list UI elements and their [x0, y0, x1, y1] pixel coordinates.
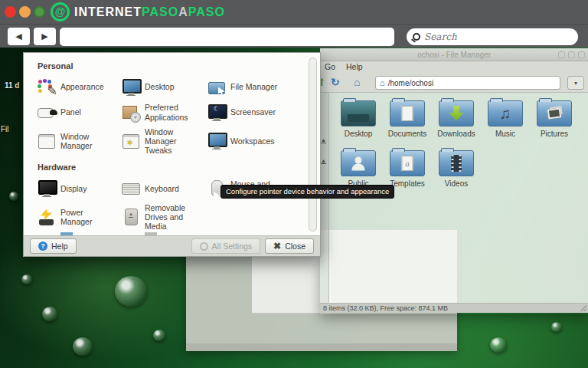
back-button[interactable]: ◀ [8, 28, 30, 45]
section-hardware: Hardware [31, 157, 305, 176]
menu-go[interactable]: Go [325, 62, 335, 72]
help-icon: ? [38, 242, 47, 251]
settings-item-keyboard[interactable]: Keyboard [116, 176, 201, 201]
keyboard-icon [122, 180, 140, 197]
desktop-icon-label-fragment: 11 d [5, 81, 19, 90]
file-manager-title: ochosi - File Manager [417, 51, 491, 59]
close-icon: ✖ [273, 241, 281, 251]
url-input[interactable] [60, 28, 394, 46]
file-manager-icon [207, 79, 226, 96]
search-icon [413, 33, 420, 41]
close-button[interactable] [578, 51, 585, 58]
path-dropdown-button[interactable]: ▾ [567, 76, 584, 90]
removable-drives-icon [122, 209, 140, 225]
search-input[interactable] [424, 31, 554, 42]
refresh-icon[interactable]: ↻ [331, 76, 340, 88]
power-manager-icon [38, 209, 56, 225]
desktop-folder-icon [341, 100, 376, 127]
water-drop [9, 192, 18, 201]
settings-item-panel[interactable]: Panel [31, 100, 116, 125]
menu-help[interactable]: Help [346, 62, 363, 72]
water-drop [490, 337, 507, 353]
file-manager-titlebar[interactable]: ochosi - File Manager [320, 48, 588, 61]
path-home-icon: ⌂ [380, 78, 385, 87]
settings-item-desktop[interactable]: Desktop [116, 74, 201, 100]
minimize-button[interactable] [558, 51, 565, 58]
appearance-icon [38, 79, 56, 96]
window-controls [558, 51, 585, 58]
downloads-folder-icon [439, 100, 474, 127]
folder-item[interactable]: Public [334, 150, 383, 188]
settings-item-file-manager[interactable]: File Manager [201, 74, 305, 100]
settings-item-display[interactable]: Display [31, 176, 116, 201]
window-manager-icon [38, 133, 56, 150]
home-icon[interactable]: ⌂ [354, 76, 360, 88]
logo-text: INTERNETPASOAPASO [74, 5, 225, 19]
folder-item[interactable]: Pictures [530, 100, 579, 138]
water-drop [73, 337, 93, 356]
settings-item-window-manager[interactable]: Window Manager [31, 125, 116, 157]
documents-folder-icon [390, 100, 425, 127]
site-logo: @ INTERNETPASOAPASO [51, 2, 225, 21]
folder-item[interactable]: a Templates [383, 150, 432, 188]
water-drop [551, 322, 562, 332]
music-folder-icon: ♫ [488, 100, 523, 127]
minimize-window-button[interactable] [19, 6, 31, 18]
background-window-small [252, 253, 331, 314]
browser-titlebar: @ INTERNETPASOAPASO [0, 0, 588, 24]
settings-button-bar: ? Help All Settings ✖ Close [24, 235, 320, 256]
folder-item[interactable]: Documents [383, 100, 432, 138]
scrollbar[interactable] [309, 58, 317, 232]
status-bar: 8 items (32.0 KB), Free space: 874.1 MB [320, 303, 588, 313]
path-text: /home/ochosi [388, 79, 433, 87]
maximize-window-button[interactable] [34, 6, 45, 18]
preferred-applications-icon [122, 104, 140, 121]
folder-item[interactable]: Desktop [334, 100, 383, 138]
settings-item-screensaver[interactable]: ☾ Screensaver [201, 100, 305, 125]
folder-item[interactable]: Downloads [432, 100, 481, 138]
all-settings-icon [200, 242, 208, 251]
panel-icon [38, 104, 56, 121]
settings-window: Personal Appearance Desktop File Manager… [23, 52, 321, 257]
file-manager-window: ochosi - File Manager Go Help ⬆ ↻ ⌂ ⌂ /h… [320, 48, 588, 314]
water-drop [153, 330, 165, 341]
close-button[interactable]: ✖ Close [265, 238, 314, 254]
desktop-icon [122, 79, 140, 96]
settings-content: Personal Appearance Desktop File Manager… [31, 56, 305, 235]
search-box[interactable] [407, 28, 578, 45]
section-personal: Personal [31, 56, 305, 74]
forward-button[interactable]: ▶ [34, 28, 56, 45]
tooltip: Configure pointer device behavior and ap… [220, 185, 394, 199]
maximize-button[interactable] [568, 51, 575, 58]
eject-icon[interactable]: ▲ [321, 137, 326, 143]
settings-item-appearance[interactable]: Appearance [31, 74, 116, 100]
browser-navbar: ◀ ▶ [0, 24, 588, 48]
water-drop [42, 307, 57, 321]
path-bar[interactable]: ⌂ /home/ochosi [375, 76, 560, 90]
settings-item-preferred-applications[interactable]: Preferred Applications [116, 100, 201, 125]
templates-folder-icon: a [390, 150, 425, 176]
settings-item-workspaces[interactable]: Workspaces [201, 125, 305, 157]
desktop-icon-label-fragment: Fil [1, 125, 9, 133]
settings-item-power-manager[interactable]: Power Manager [31, 201, 116, 233]
settings-item-window-manager-tweaks[interactable]: ✶ Window Manager Tweaks [116, 125, 201, 157]
display-icon [38, 180, 56, 197]
resize-grip[interactable] [580, 305, 586, 311]
pictures-folder-icon [537, 100, 572, 127]
water-drop [21, 274, 32, 284]
workspaces-icon [207, 133, 226, 150]
help-button[interactable]: ? Help [30, 238, 77, 254]
settings-item-removable-drives[interactable]: Removable Drives and Media [116, 201, 201, 233]
videos-folder-icon [439, 150, 474, 176]
all-settings-button[interactable]: All Settings [191, 238, 261, 254]
folder-item[interactable]: Videos [432, 150, 481, 188]
close-window-button[interactable] [5, 6, 16, 18]
eject-icon[interactable]: ▲ [321, 158, 326, 164]
water-drop [115, 276, 147, 307]
browser-chrome: @ INTERNETPASOAPASO ◀ ▶ [0, 0, 588, 48]
file-manager-menubar: Go Help [320, 61, 588, 73]
window-manager-tweaks-icon: ✶ [122, 133, 140, 150]
logo-icon: @ [51, 2, 70, 21]
folder-item[interactable]: ♫ Music [481, 100, 530, 138]
status-text: 8 items (32.0 KB), Free space: 874.1 MB [323, 304, 448, 312]
